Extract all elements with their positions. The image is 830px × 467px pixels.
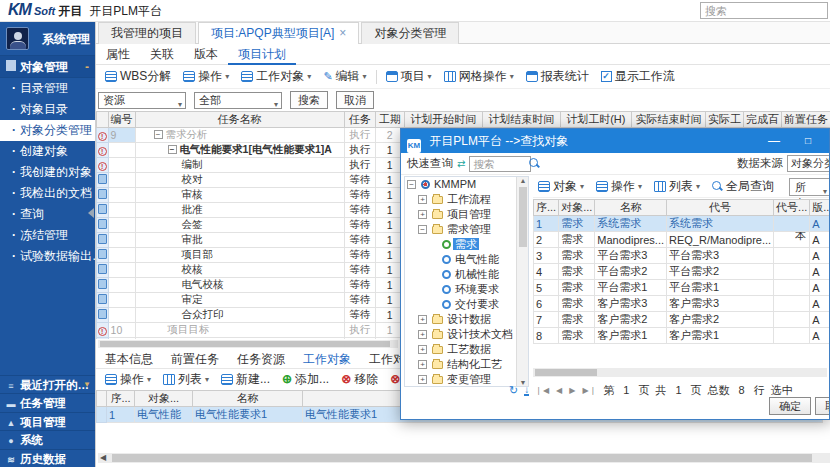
sidebar-item-5[interactable]: 我检出的文档: [0, 183, 95, 204]
add-button[interactable]: ⊕添加...: [277, 369, 334, 390]
result-row[interactable]: 5需求平台需求1平台需求1A: [534, 280, 830, 296]
list-button[interactable]: 列表▾: [158, 369, 214, 390]
task-table-hscrollbar[interactable]: [98, 340, 398, 348]
tree-node-2[interactable]: +项目管理: [405, 207, 528, 222]
sidebar-bottom-item-3[interactable]: ●系统: [0, 430, 95, 449]
work-object-button[interactable]: 工作对象▾: [236, 66, 316, 87]
grid-button[interactable]: 网格操作▾: [439, 66, 519, 87]
sidebar-item-1[interactable]: 对象目录: [0, 99, 95, 120]
expand-icon[interactable]: +: [418, 195, 427, 204]
result-row[interactable]: 2需求Manodipres...REQ_R/Manodipre...A: [534, 232, 830, 248]
operate-button[interactable]: 操作▾: [100, 369, 156, 390]
filter-field-select[interactable]: 资源▾: [98, 92, 186, 109]
result-row[interactable]: 4需求平台需求2平台需求2A: [534, 264, 830, 280]
column-header-1[interactable]: 对象...: [135, 391, 193, 407]
prev-page-icon[interactable]: ◀: [556, 386, 563, 395]
column-header-5[interactable]: 版...: [810, 200, 830, 216]
project-button[interactable]: 项目▾: [381, 66, 437, 87]
collapse-icon[interactable]: −: [168, 145, 177, 154]
column-header-4[interactable]: 代号...: [774, 200, 810, 216]
global-search-input[interactable]: [700, 2, 828, 19]
sidebar-bottom-item-0[interactable]: ≡最近打开的…▼: [0, 375, 95, 394]
column-header-7[interactable]: 计划工时(H): [560, 112, 631, 128]
last-page-icon[interactable]: ▶❘: [582, 386, 597, 395]
collapse-icon[interactable]: −: [154, 130, 163, 139]
expand-icon[interactable]: +: [418, 330, 427, 339]
new-button[interactable]: 新建...: [216, 369, 275, 390]
sidebar-bottom-item-2[interactable]: ▲项目管理: [0, 412, 95, 431]
next-page-icon[interactable]: ▶: [569, 386, 576, 395]
column-header-6[interactable]: 计划结束时间: [482, 112, 560, 128]
column-header-11[interactable]: 前置任务: [781, 112, 830, 128]
tree-node-9[interactable]: +设计数据: [405, 312, 528, 327]
tab-0[interactable]: 我管理的项目: [98, 22, 196, 44]
sidebar-bottom-item-4[interactable]: ≋历史数据: [0, 449, 95, 467]
chevron-down-icon[interactable]: ▼: [83, 376, 91, 394]
refresh-icon[interactable]: ⇄: [457, 158, 465, 169]
expand-icon[interactable]: +: [418, 210, 427, 219]
tree-node-11[interactable]: +工艺数据: [405, 342, 528, 357]
result-row[interactable]: 8需求客户需求1客户需求1A: [534, 328, 830, 344]
tree-vscrollbar[interactable]: ▲ ▼: [516, 177, 528, 386]
edit-pencil-button[interactable]: ✎编辑▾: [318, 66, 371, 87]
column-header-4[interactable]: 工期: [375, 112, 404, 128]
column-header-2[interactable]: 名称: [595, 200, 667, 216]
tree-node-4[interactable]: 需求: [405, 237, 528, 252]
tree-node-10[interactable]: +设计技术文档: [405, 327, 528, 342]
column-header-2[interactable]: 名称: [193, 391, 303, 407]
avatar[interactable]: [6, 27, 29, 50]
column-header-5[interactable]: 计划开始时间: [404, 112, 482, 128]
refresh-icon[interactable]: ↻: [509, 384, 518, 397]
sidebar-item-6[interactable]: 查询: [0, 204, 95, 225]
sidebar-bottom-item-1[interactable]: ▬任务管理: [0, 393, 95, 412]
report-button[interactable]: 报表统计: [521, 66, 594, 87]
result-row[interactable]: 1需求系统需求系统需求A: [534, 216, 830, 232]
ok-button[interactable]: 确定: [769, 397, 811, 415]
first-page-icon[interactable]: ❘◀: [535, 386, 550, 395]
tree-node-7[interactable]: 环境要求: [405, 282, 528, 297]
workflow-checkbox-button[interactable]: ✓显示工作流: [596, 66, 680, 87]
result-row[interactable]: 6需求客户需求3客户需求3A: [534, 296, 830, 312]
filter-scope-select[interactable]: 全部▾: [194, 92, 282, 109]
tree-node-3[interactable]: −需求管理: [405, 222, 528, 237]
search-magnifier-icon[interactable]: [529, 158, 540, 169]
detail-tab-2[interactable]: 任务资源: [228, 350, 294, 368]
download-icon[interactable]: ↓: [524, 385, 529, 396]
expand-icon[interactable]: +: [418, 345, 427, 354]
column-header-0[interactable]: [97, 112, 109, 128]
result-row[interactable]: 7需求客户需求2客户需求2A: [534, 312, 830, 328]
collapse-icon[interactable]: −: [407, 180, 416, 189]
collapse-icon[interactable]: −: [418, 225, 427, 234]
detail-tab-3[interactable]: 工作对象: [294, 350, 360, 368]
cancel-button[interactable]: 取消: [336, 91, 374, 109]
column-header-1[interactable]: 编号: [108, 112, 135, 128]
scroll-up-icon[interactable]: ▲: [517, 177, 529, 184]
close-tab-icon[interactable]: ×: [339, 26, 346, 40]
column-header-0[interactable]: 序...: [534, 200, 559, 216]
list-button[interactable]: 列表▾: [649, 176, 705, 197]
datasource-select[interactable]: 对象分类: [787, 155, 830, 172]
sidebar-item-8[interactable]: 试验数据输出…: [0, 246, 95, 267]
dialog-hscrollbar[interactable]: [533, 368, 827, 377]
tree-node-8[interactable]: 交付要求: [405, 297, 528, 312]
version-select[interactable]: 所有版本▾: [789, 178, 830, 196]
operate-button[interactable]: 操作▾: [178, 66, 234, 87]
column-header-0[interactable]: 序...: [107, 391, 135, 407]
subtab-0[interactable]: 属性: [96, 44, 140, 65]
wbs-button[interactable]: WBS分解: [100, 66, 176, 87]
remove-button[interactable]: ⊗移除: [336, 369, 383, 390]
expand-icon[interactable]: +: [418, 375, 427, 384]
column-header-10[interactable]: 完成百: [743, 112, 781, 128]
search-button[interactable]: 搜索: [290, 91, 328, 109]
tree-node-0[interactable]: −KMMPM: [405, 177, 528, 192]
tree-node-12[interactable]: +结构化工艺: [405, 357, 528, 372]
sidebar-item-0[interactable]: 目录管理: [0, 78, 95, 99]
sidebar-section-object-management[interactable]: 对象管理 -: [0, 56, 95, 78]
dialog-titlebar[interactable]: KM 开目PLM平台 -->查找对象 — □: [401, 129, 829, 153]
object-button[interactable]: 对象▾: [533, 176, 589, 197]
detail-tab-0[interactable]: 基本信息: [96, 350, 162, 368]
sidebar-item-3[interactable]: 创建对象: [0, 141, 95, 162]
collapse-section-icon[interactable]: -: [85, 56, 89, 78]
subtab-2[interactable]: 版本: [184, 44, 228, 65]
column-header-8[interactable]: 实际结束时间: [631, 112, 705, 128]
